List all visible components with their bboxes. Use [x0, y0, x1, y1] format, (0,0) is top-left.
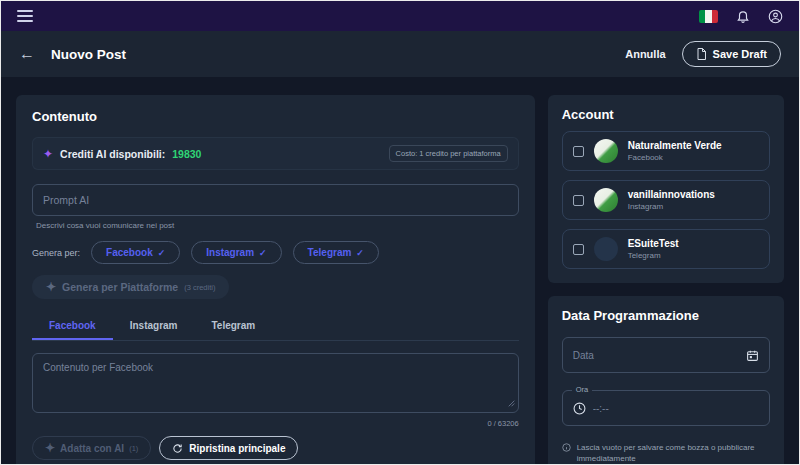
account-platform: Facebook [628, 153, 722, 162]
info-icon [562, 443, 571, 452]
account-card: Account Naturalmente Verde Facebook vani… [548, 95, 784, 283]
prompt-helper-text: Descrivi cosa vuoi comunicare nei post [36, 221, 519, 230]
date-field [562, 337, 770, 373]
account-name: vanillainnovations [628, 189, 715, 200]
check-icon: ✓ [158, 248, 166, 258]
adapt-button-label: Adatta con AI [60, 443, 124, 454]
app-window: ← Nuovo Post Annulla Save Draft Contenut… [0, 0, 800, 465]
top-navbar [1, 1, 799, 31]
ai-credits-banner: ✦ Crediti AI disponibili: 19830 Costo: 1… [32, 137, 519, 170]
schedule-title: Data Programmazione [562, 308, 770, 323]
chip-label: Instagram [206, 247, 254, 258]
account-platform: Telegram [628, 251, 679, 260]
content-title: Contenuto [32, 109, 519, 124]
save-draft-button[interactable]: Save Draft [682, 41, 781, 67]
content-card: Contenuto ✦ Crediti AI disponibili: 1983… [16, 95, 535, 465]
tab-facebook[interactable]: Facebook [32, 313, 113, 340]
account-title: Account [562, 107, 770, 122]
hamburger-menu-icon[interactable] [17, 7, 33, 25]
account-checkbox[interactable] [573, 244, 584, 255]
account-name: Naturalmente Verde [628, 140, 722, 151]
cancel-button[interactable]: Annulla [625, 48, 665, 60]
credits-label: Crediti AI disponibili: [60, 148, 165, 160]
chip-label: Facebook [106, 247, 153, 258]
account-avatar [594, 188, 618, 212]
account-row-esuitetest[interactable]: ESuiteTest Telegram [562, 229, 770, 269]
schedule-hint: Lascia vuoto per salvare come bozza o pu… [562, 443, 770, 465]
time-field-label: Ora [572, 385, 593, 394]
tab-instagram[interactable]: Instagram [113, 313, 195, 340]
ai-prompt-input[interactable] [32, 184, 519, 216]
restore-main-button[interactable]: Ripristina principale [159, 436, 298, 460]
main-content: Contenuto ✦ Crediti AI disponibili: 1983… [1, 77, 799, 465]
account-avatar [594, 237, 618, 261]
post-content-textarea[interactable] [32, 353, 519, 413]
restore-button-label: Ripristina principale [189, 443, 285, 454]
credits-value: 19830 [172, 148, 201, 160]
page-header: ← Nuovo Post Annulla Save Draft [1, 31, 799, 77]
time-field: Ora [562, 390, 770, 426]
chip-label: Telegram [308, 247, 352, 258]
refresh-icon [172, 443, 183, 454]
account-avatar [594, 139, 618, 163]
platform-chip-facebook[interactable]: Facebook ✓ [91, 241, 180, 264]
sparkle-icon: ✦ [45, 442, 55, 454]
page-title: Nuovo Post [51, 47, 126, 62]
clock-icon[interactable] [573, 402, 586, 415]
document-icon [696, 48, 707, 60]
adapt-with-ai-button[interactable]: ✦ Adatta con AI (1) [32, 436, 151, 460]
ai-sparkle-icon: ✦ [43, 148, 53, 160]
schedule-card: Data Programmazione Ora [548, 296, 784, 465]
account-row-naturalmente-verde[interactable]: Naturalmente Verde Facebook [562, 131, 770, 171]
calendar-icon[interactable] [746, 349, 759, 362]
generate-for-label: Genera per: [32, 248, 80, 258]
adapt-button-credits: (1) [129, 444, 138, 453]
user-account-icon[interactable] [768, 9, 783, 24]
schedule-hint-text: Lascia vuoto per salvare come bozza o pu… [577, 443, 770, 465]
editor-actions: ✦ Adatta con AI (1) Ripristina principal… [32, 436, 519, 460]
check-icon: ✓ [356, 248, 364, 258]
credit-cost-note: Costo: 1 credito per piattaforma [389, 145, 508, 162]
resize-handle-icon[interactable] [508, 393, 515, 411]
back-arrow-icon[interactable]: ← [19, 46, 35, 62]
save-draft-label: Save Draft [713, 48, 767, 60]
platform-chip-telegram[interactable]: Telegram ✓ [293, 241, 379, 264]
character-count: 0 / 63206 [32, 419, 519, 428]
notifications-bell-icon[interactable] [736, 9, 750, 23]
account-name: ESuiteTest [628, 238, 679, 249]
generate-button-credits: (3 crediti) [184, 283, 215, 292]
generate-for-platforms-button[interactable]: ✦ Genera per Piattaforme (3 crediti) [32, 275, 229, 299]
platform-chip-instagram[interactable]: Instagram ✓ [191, 241, 281, 264]
generate-button-label: Genera per Piattaforme [62, 281, 178, 293]
check-icon: ✓ [259, 248, 267, 258]
tab-telegram[interactable]: Telegram [194, 313, 272, 340]
platform-tabs: Facebook Instagram Telegram [32, 313, 519, 341]
account-row-vanillainnovations[interactable]: vanillainnovations Instagram [562, 180, 770, 220]
account-checkbox[interactable] [573, 195, 584, 206]
generate-for-row: Genera per: Facebook ✓ Instagram ✓ Teleg… [32, 241, 519, 264]
date-input[interactable] [573, 350, 738, 361]
sparkle-icon: ✦ [46, 281, 56, 293]
language-flag-italy[interactable] [699, 10, 718, 23]
time-input[interactable] [593, 403, 759, 414]
account-checkbox[interactable] [573, 146, 584, 157]
account-platform: Instagram [628, 202, 715, 211]
